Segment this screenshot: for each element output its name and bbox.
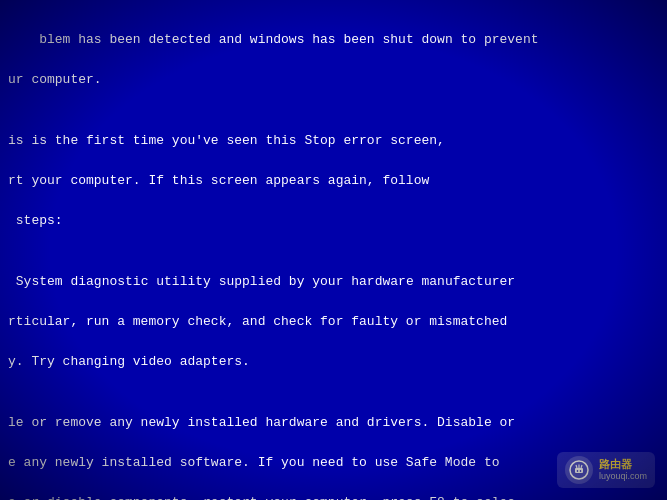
line10: y. Try changing video adapters.: [8, 354, 250, 369]
line12: le or remove any newly installed hardwar…: [8, 415, 515, 430]
watermark-icon: [565, 456, 593, 484]
bsod-content: blem has been detected and windows has b…: [8, 10, 659, 500]
svg-line-2: [576, 465, 577, 468]
line1: blem has been detected and windows has b…: [39, 32, 538, 47]
svg-rect-1: [575, 468, 583, 473]
watermark-badge: 路由器 luyouqi.com: [557, 452, 655, 488]
line8: System diagnostic utility supplied by yo…: [8, 274, 515, 289]
router-icon: [569, 460, 589, 480]
line4: is is the first time you've seen this St…: [8, 133, 445, 148]
line9: rticular, run a memory check, and check …: [8, 314, 507, 329]
watermark-title: 路由器: [599, 457, 647, 471]
svg-point-5: [577, 470, 579, 472]
line5: rt your computer. If this screen appears…: [8, 173, 429, 188]
line14: e or disable components, restart your co…: [8, 495, 515, 500]
svg-point-6: [580, 470, 582, 472]
line13: e any newly installed software. If you n…: [8, 455, 499, 470]
bsod-screen: blem has been detected and windows has b…: [0, 0, 667, 500]
line6: steps:: [8, 213, 63, 228]
svg-line-4: [581, 465, 582, 468]
watermark-text-block: 路由器 luyouqi.com: [599, 457, 647, 483]
watermark-url: luyouqi.com: [599, 471, 647, 483]
line2: ur computer.: [8, 72, 102, 87]
